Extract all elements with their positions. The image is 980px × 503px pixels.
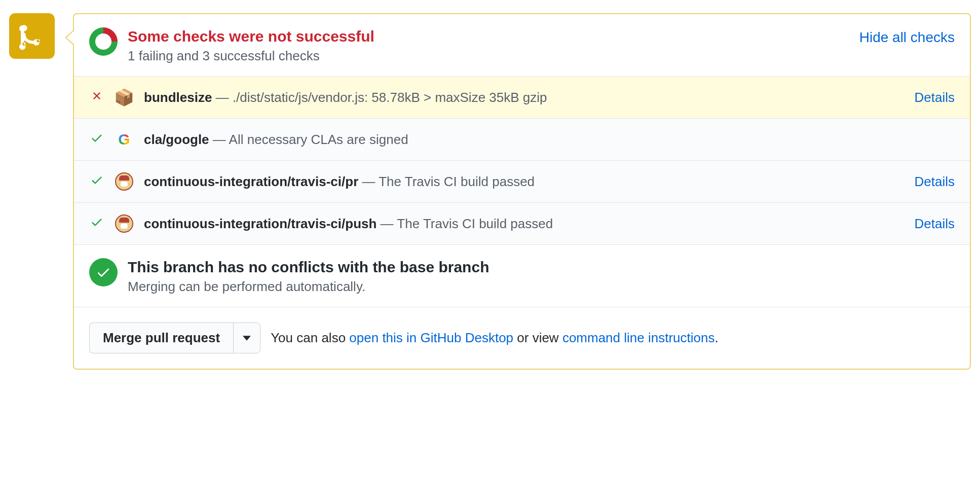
merge-status-subtitle: Merging can be performed automatically.	[128, 279, 955, 295]
check-text: continuous-integration/travis-ci/push — …	[144, 216, 904, 232]
panel-arrow	[65, 29, 74, 46]
command-line-instructions-link[interactable]: command line instructions	[562, 330, 715, 345]
check-row: 📦bundlesize — ./dist/static/js/vendor.js…	[74, 77, 970, 119]
checks-summary-title: Some checks were not successful	[128, 26, 849, 46]
check-description: The Travis CI build passed	[397, 216, 553, 231]
check-pass-icon	[90, 131, 103, 148]
merge-options-dropdown[interactable]	[233, 322, 260, 353]
merge-status-title: This branch has no conflicts with the ba…	[128, 257, 955, 277]
caret-down-icon	[243, 335, 251, 341]
merge-helper-text: You can also open this in GitHub Desktop…	[271, 330, 719, 346]
check-pass-icon	[90, 215, 103, 232]
check-row: continuous-integration/travis-ci/push — …	[74, 203, 970, 245]
checks-list: 📦bundlesize — ./dist/static/js/vendor.js…	[74, 77, 970, 245]
merge-footer: Merge pull request You can also open thi…	[74, 307, 970, 369]
merge-icon-badge	[9, 13, 55, 59]
check-name: continuous-integration/travis-ci/pr	[144, 174, 358, 189]
check-description: The Travis CI build passed	[379, 174, 535, 189]
check-text: continuous-integration/travis-ci/pr — Th…	[144, 174, 904, 190]
git-merge-icon	[19, 21, 45, 51]
check-pass-icon	[90, 173, 103, 190]
hide-all-checks-link[interactable]: Hide all checks	[859, 26, 955, 46]
check-name: cla/google	[144, 132, 209, 147]
check-details-link[interactable]: Details	[915, 174, 955, 190]
travis-icon	[115, 172, 133, 191]
check-name: bundlesize	[144, 90, 212, 105]
check-description: All necessary CLAs are signed	[229, 132, 408, 147]
merge-status-panel: Some checks were not successful 1 failin…	[73, 13, 971, 370]
google-icon: G	[118, 131, 130, 148]
check-row: Gcla/google — All necessary CLAs are sig…	[74, 119, 970, 161]
check-description: ./dist/static/js/vendor.js: 58.78kB > ma…	[233, 90, 547, 105]
check-name: continuous-integration/travis-ci/push	[144, 216, 376, 231]
merge-button-group: Merge pull request	[89, 322, 260, 353]
check-text: cla/google — All necessary CLAs are sign…	[144, 132, 955, 148]
merge-pull-request-button[interactable]: Merge pull request	[89, 322, 233, 353]
package-icon: 📦	[114, 88, 134, 107]
success-check-icon	[89, 258, 118, 286]
check-fail-icon	[91, 90, 103, 105]
travis-icon	[115, 214, 133, 233]
checks-summary-subtitle: 1 failing and 3 successful checks	[128, 48, 849, 64]
merge-conflicts-section: This branch has no conflicts with the ba…	[74, 245, 970, 307]
check-text: bundlesize — ./dist/static/js/vendor.js:…	[144, 90, 904, 105]
check-row: continuous-integration/travis-ci/pr — Th…	[74, 161, 970, 203]
check-details-link[interactable]: Details	[915, 216, 955, 232]
check-details-link[interactable]: Details	[915, 90, 955, 105]
status-donut-icon	[89, 27, 118, 56]
checks-summary-section: Some checks were not successful 1 failin…	[74, 14, 970, 77]
open-github-desktop-link[interactable]: open this in GitHub Desktop	[349, 330, 513, 345]
